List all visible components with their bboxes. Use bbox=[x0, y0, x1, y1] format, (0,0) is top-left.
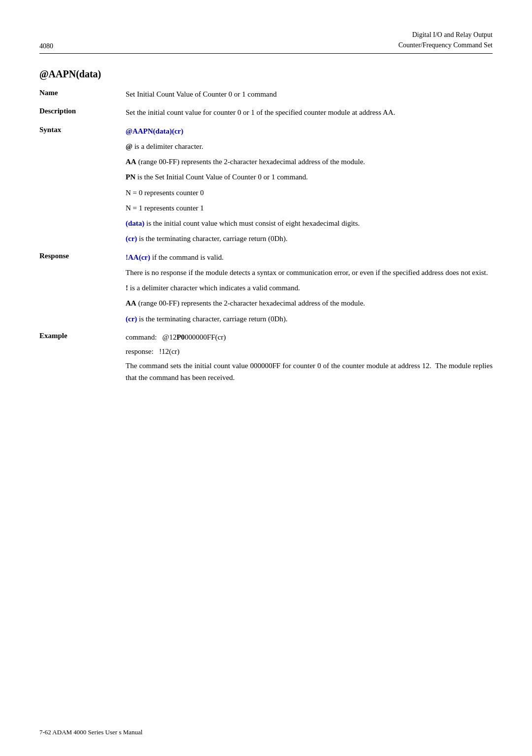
name-row: Name Set Initial Count Value of Counter … bbox=[39, 89, 493, 107]
syntax-main: @AAPN(data)(cr) bbox=[126, 126, 493, 137]
response-cr: (cr) is the terminating character, carri… bbox=[126, 313, 493, 325]
syntax-n1: N = 1 represents counter 1 bbox=[126, 203, 493, 214]
syntax-content: @AAPN(data)(cr) @ is a delimiter charact… bbox=[126, 126, 493, 252]
syntax-n0: N = 0 represents counter 0 bbox=[126, 187, 493, 199]
response-first-line: !AA(cr) if the command is valid. bbox=[126, 252, 493, 263]
description-content: Set the initial count value for counter … bbox=[126, 107, 493, 125]
response-content: !AA(cr) if the command is valid. There i… bbox=[126, 252, 493, 332]
response-label: Response bbox=[39, 252, 126, 332]
page-footer: 7-62 ADAM 4000 Series User s Manual bbox=[39, 728, 493, 736]
description-row: Description Set the initial count value … bbox=[39, 107, 493, 125]
name-content: Set Initial Count Value of Counter 0 or … bbox=[126, 89, 493, 107]
header-right: Digital I/O and Relay Output Counter/Fre… bbox=[399, 30, 493, 50]
response-row: Response !AA(cr) if the command is valid… bbox=[39, 252, 493, 332]
response-no-response: There is no response if the module detec… bbox=[126, 267, 493, 278]
page-header: 4080 Digital I/O and Relay Output Counte… bbox=[39, 30, 493, 54]
header-line2: Counter/Frequency Command Set bbox=[399, 40, 493, 50]
footer-text: 7-62 ADAM 4000 Series User s Manual bbox=[39, 728, 142, 736]
example-description: The command sets the initial count value… bbox=[126, 360, 493, 383]
example-command-line: command: @12P0000000FF(cr) bbox=[126, 332, 493, 343]
section-title: @AAPN(data) bbox=[39, 69, 493, 80]
description-label: Description bbox=[39, 107, 126, 125]
syntax-data: (data) is the initial count value which … bbox=[126, 218, 493, 229]
syntax-label: Syntax bbox=[39, 126, 126, 252]
example-content: command: @12P0000000FF(cr) response: !12… bbox=[126, 332, 493, 390]
example-label: Example bbox=[39, 332, 126, 390]
header-line1: Digital I/O and Relay Output bbox=[399, 30, 493, 40]
name-label: Name bbox=[39, 89, 126, 107]
page: 4080 Digital I/O and Relay Output Counte… bbox=[0, 0, 532, 756]
page-number: 4080 bbox=[39, 42, 53, 50]
content-table: Name Set Initial Count Value of Counter … bbox=[39, 89, 493, 390]
syntax-cr: (cr) is the terminating character, carri… bbox=[126, 233, 493, 244]
example-row: Example command: @12P0000000FF(cr) respo… bbox=[39, 332, 493, 390]
syntax-at: @ is a delimiter character. bbox=[126, 141, 493, 152]
example-response-line: response: !12(cr) bbox=[126, 346, 493, 357]
response-aa: AA (range 00-FF) represents the 2-charac… bbox=[126, 298, 493, 309]
response-exclaim: ! is a delimiter character which indicat… bbox=[126, 282, 493, 294]
syntax-aa: AA (range 00-FF) represents the 2-charac… bbox=[126, 156, 493, 168]
syntax-pn: PN is the Set Initial Count Value of Cou… bbox=[126, 172, 493, 183]
syntax-row: Syntax @AAPN(data)(cr) @ is a delimiter … bbox=[39, 126, 493, 252]
